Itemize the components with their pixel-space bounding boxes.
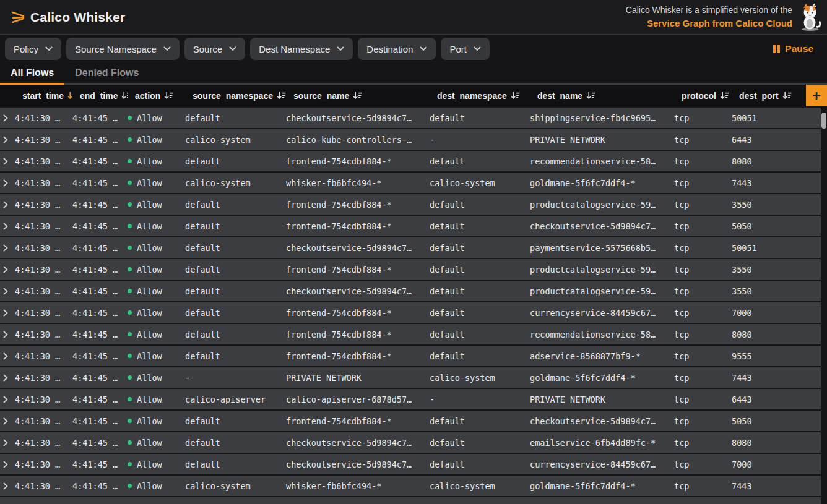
allow-status-dot bbox=[128, 181, 132, 185]
cell-source-namespace: default bbox=[185, 330, 286, 340]
row-expander[interactable] bbox=[0, 331, 15, 338]
cell-dest-port: 6443 bbox=[732, 395, 821, 404]
row-expander[interactable] bbox=[0, 352, 15, 360]
table-row[interactable]: 4:41:30 … 4:41:45 … Allow default fronte… bbox=[0, 346, 821, 366]
row-expander[interactable] bbox=[0, 309, 15, 317]
table-row[interactable]: 4:41:30 … 4:41:45 … Allow default checko… bbox=[0, 237, 821, 258]
cell-source-name: frontend-754cdbf884-* bbox=[286, 351, 430, 361]
action-label: Allow bbox=[137, 156, 162, 166]
filter-source[interactable]: Source bbox=[184, 38, 246, 60]
action-label: Allow bbox=[137, 221, 162, 231]
table-row[interactable]: 4:41:30 … 4:41:45 … Allow calico-system … bbox=[0, 476, 821, 496]
filter-group: Policy Source Namespace Source Dest Name… bbox=[5, 38, 490, 60]
column-header-dest-name[interactable]: dest_name bbox=[530, 85, 674, 106]
table-row[interactable]: 4:41:30 … 4:41:45 … Allow calico-apiserv… bbox=[0, 389, 821, 409]
cell-source-name: frontend-754cdbf884-* bbox=[286, 330, 430, 340]
table-row[interactable]: 4:41:30 … 4:41:45 … Allow default checko… bbox=[0, 108, 821, 128]
cell-protocol: tcp bbox=[674, 113, 732, 123]
add-column-button[interactable]: + bbox=[806, 85, 827, 106]
row-expander[interactable] bbox=[0, 482, 15, 490]
row-expander[interactable] bbox=[0, 223, 15, 230]
allow-status-dot bbox=[128, 116, 132, 120]
column-header-start-time[interactable]: start_time bbox=[15, 85, 72, 106]
action-label: Allow bbox=[137, 416, 162, 426]
vertical-scrollbar[interactable] bbox=[821, 113, 826, 129]
row-expander[interactable] bbox=[0, 244, 15, 252]
table-row[interactable]: 4:41:30 … 4:41:45 … Allow calico-system … bbox=[0, 129, 821, 150]
row-expander[interactable] bbox=[0, 114, 15, 122]
row-expander[interactable] bbox=[0, 288, 15, 295]
allow-status-dot bbox=[128, 397, 132, 401]
service-graph-link[interactable]: Service Graph from Calico Cloud bbox=[626, 17, 792, 30]
tab-denied-flows[interactable]: Denied Flows bbox=[64, 63, 149, 85]
table-row[interactable]: 4:41:30 … 4:41:45 … Allow default fronte… bbox=[0, 259, 821, 280]
table-row[interactable]: 4:41:30 … 4:41:45 … Allow default fronte… bbox=[0, 216, 821, 236]
allow-status-dot bbox=[128, 462, 132, 466]
filter-policy[interactable]: Policy bbox=[5, 38, 61, 60]
column-header-source-namespace[interactable]: source_namespace bbox=[185, 85, 286, 106]
filter-dest-namespace[interactable]: Dest Namespace bbox=[250, 38, 353, 60]
cell-action: Allow bbox=[128, 265, 185, 275]
action-label: Allow bbox=[137, 265, 162, 275]
table-row[interactable]: 4:41:30 … 4:41:45 … Allow default fronte… bbox=[0, 194, 821, 215]
cell-dest-port: 7443 bbox=[732, 481, 821, 491]
table-row[interactable]: 4:41:30 … 4:41:45 … Allow default fronte… bbox=[0, 151, 821, 171]
filter-label: Policy bbox=[14, 44, 38, 54]
table-row[interactable]: 4:41:30 … 4:41:45 … Allow default checko… bbox=[0, 454, 821, 474]
column-header-action[interactable]: action bbox=[128, 85, 185, 106]
column-header-end-time[interactable]: end_time bbox=[72, 85, 128, 106]
row-expander[interactable] bbox=[0, 461, 15, 468]
table-row[interactable]: 4:41:30 … 4:41:45 … Allow - PRIVATE NETW… bbox=[0, 367, 821, 388]
table-row[interactable]: 4:41:30 … 4:41:45 … Allow calico-system … bbox=[0, 173, 821, 193]
column-header-dest-namespace[interactable]: dest_namespace bbox=[430, 85, 530, 106]
row-expander[interactable] bbox=[0, 158, 15, 165]
action-label: Allow bbox=[137, 200, 162, 210]
filter-source-namespace[interactable]: Source Namespace bbox=[66, 38, 180, 60]
allow-status-dot bbox=[128, 202, 132, 207]
filter-bar: Policy Source Namespace Source Dest Name… bbox=[0, 35, 827, 63]
cell-protocol: tcp bbox=[674, 178, 732, 188]
row-expander[interactable] bbox=[0, 179, 15, 187]
chevron-right-icon bbox=[3, 461, 8, 468]
tagline-text: Calico Whisker is a simplified version o… bbox=[626, 4, 792, 16]
table-row[interactable]: 4:41:30 … 4:41:45 … Allow default checko… bbox=[0, 432, 821, 453]
row-expander[interactable] bbox=[0, 201, 15, 208]
cell-protocol: tcp bbox=[674, 481, 732, 491]
table-row[interactable]: 4:41:30 … 4:41:45 … Allow default fronte… bbox=[0, 324, 821, 344]
row-expander[interactable] bbox=[0, 417, 15, 425]
row-expander[interactable] bbox=[0, 396, 15, 403]
column-header-source-name[interactable]: source_name bbox=[286, 85, 430, 106]
allow-status-dot bbox=[128, 137, 132, 142]
cell-dest-port: 8080 bbox=[732, 438, 821, 448]
tab-all-flows[interactable]: All Flows bbox=[0, 63, 64, 85]
cell-protocol: tcp bbox=[674, 395, 732, 404]
allow-status-dot bbox=[128, 419, 132, 423]
flows-tabs: All Flows Denied Flows bbox=[0, 63, 827, 85]
allow-status-dot bbox=[128, 375, 132, 380]
row-expander[interactable] bbox=[0, 374, 15, 382]
action-label: Allow bbox=[137, 286, 162, 296]
cell-dest-name: recommendationservice-58… bbox=[530, 330, 674, 340]
pause-button[interactable]: Pause bbox=[773, 43, 813, 54]
cell-dest-port: 7000 bbox=[732, 459, 821, 469]
cell-source-name: checkoutservice-5d9894c7… bbox=[286, 438, 430, 448]
table-row[interactable]: 4:41:30 … 4:41:45 … Allow default fronte… bbox=[0, 302, 821, 323]
row-expander[interactable] bbox=[0, 136, 15, 143]
row-expander[interactable] bbox=[0, 439, 15, 446]
filter-destination[interactable]: Destination bbox=[358, 38, 436, 60]
table-row[interactable]: 4:41:30 … 4:41:45 … Allow default checko… bbox=[0, 281, 821, 301]
column-header-dest-port[interactable]: dest_port bbox=[732, 85, 806, 106]
cell-source-namespace: default bbox=[185, 113, 286, 123]
cell-source-namespace: default bbox=[185, 438, 286, 448]
cell-protocol: tcp bbox=[674, 459, 732, 469]
row-expander[interactable] bbox=[0, 266, 15, 273]
cell-end-time: 4:41:45 … bbox=[72, 156, 128, 166]
cell-protocol: tcp bbox=[674, 308, 732, 318]
cell-dest-name: adservice-8568877bf9-* bbox=[530, 351, 674, 361]
table-row[interactable]: 4:41:30 … 4:41:45 … Allow default fronte… bbox=[0, 411, 821, 431]
cell-source-namespace: default bbox=[185, 459, 286, 469]
column-header-protocol[interactable]: protocol bbox=[674, 85, 732, 106]
cell-dest-name: checkoutservice-5d9894c7… bbox=[530, 221, 674, 231]
cell-dest-name: productcatalogservice-59… bbox=[530, 265, 674, 275]
filter-port[interactable]: Port bbox=[441, 38, 490, 60]
